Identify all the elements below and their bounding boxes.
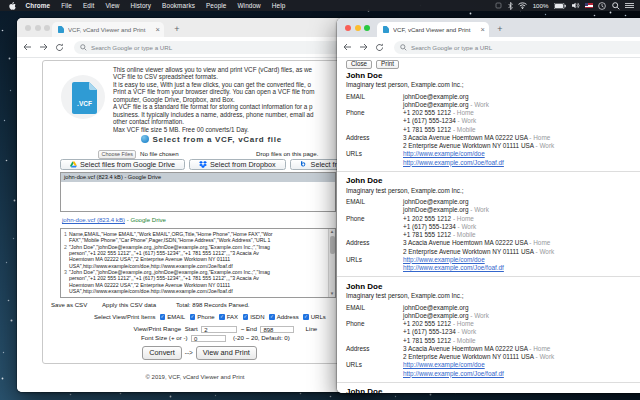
menu-item-view[interactable]: View [100, 2, 125, 9]
scroll-down-arrow[interactable]: ▼ [329, 291, 335, 297]
menu-item-people[interactable]: People [200, 2, 232, 9]
file-list-item[interactable]: john-doe.vcf (823.4 kB) - Google Drive [61, 173, 335, 182]
bluetooth-icon[interactable] [508, 2, 513, 10]
checkbox-checked-icon[interactable]: ✓ [160, 314, 166, 320]
choose-files-button[interactable]: Choose Files [98, 150, 136, 159]
csv-textarea[interactable]: 1Name,EMAIL,"Home EMAIL","Work EMAIL",OR… [60, 228, 336, 298]
contact-row-values: +1 202 555 1212 - Home+1 (617) 555-1234 … [403, 215, 640, 240]
view-print-button[interactable]: View and Print [196, 346, 257, 360]
selected-files-list[interactable]: john-doe.vcf (823.4 kB) - Google Drive [60, 172, 336, 212]
reload-icon[interactable] [375, 43, 384, 52]
intro-paragraph: This online viewer allows you to view an… [113, 66, 314, 134]
select-file-icon [141, 135, 149, 143]
vcard-entry: John DoeImaginary test person, Example.c… [337, 71, 640, 167]
contact-row-label: URLs [346, 361, 403, 377]
csv-line-number [61, 288, 69, 294]
battery-icon[interactable] [554, 3, 566, 9]
zoom-window-button[interactable] [44, 25, 50, 31]
tab-close-icon[interactable]: × [156, 27, 160, 33]
file-input-row: Choose Files No file chosen Drop files o… [43, 149, 347, 159]
contact-value-tag: - Home [528, 239, 551, 246]
scroll-up-arrow[interactable]: ▲ [329, 229, 335, 235]
minimize-window-button[interactable] [355, 25, 361, 31]
select-dropbox-button[interactable]: Select from Dropbox [189, 159, 286, 171]
checkbox-checked-icon[interactable]: ✓ [269, 314, 275, 320]
reload-icon[interactable] [55, 43, 64, 52]
contact-url-link[interactable]: http://www.example/com/doe [403, 150, 485, 157]
csv-scrollbar[interactable]: ▲ ▼ [328, 229, 335, 297]
end-input[interactable]: 898 [260, 326, 294, 334]
contact-url-link[interactable]: http://www.example/com/doe [403, 361, 485, 368]
back-icon[interactable] [343, 43, 352, 51]
menu-item-history[interactable]: History [125, 2, 157, 9]
checkbox-checked-icon[interactable]: ✓ [219, 314, 225, 320]
contact-value-tag: - Home [451, 215, 474, 222]
notification-center-icon[interactable] [625, 2, 634, 9]
address-bar[interactable]: Search Google or type a URL [74, 41, 365, 54]
menu-item-edit[interactable]: Edit [77, 2, 99, 9]
forward-icon[interactable] [359, 43, 368, 51]
menu-item-chrome[interactable]: Chrome [20, 2, 56, 9]
contact-value-line: +1 (617) 555-1234 - Work [403, 117, 640, 125]
back-icon[interactable] [23, 43, 32, 51]
new-tab-button[interactable]: + [495, 25, 505, 34]
keyboard-flag-icon[interactable] [585, 3, 593, 8]
tab-close-icon[interactable]: × [481, 27, 485, 33]
checkbox-checked-icon[interactable]: ✓ [243, 314, 249, 320]
contact-row: Phone+1 202 555 1212 - Home+1 (617) 555-… [346, 320, 640, 345]
contact-value-text: 2 Enterprise Avenue Worktown NY 01111 US… [403, 248, 534, 255]
menu-item-bookmarks[interactable]: Bookmarks [157, 2, 201, 9]
scroll-thumb[interactable] [330, 236, 335, 254]
minimize-window-button[interactable] [35, 25, 41, 31]
contact-url-link[interactable]: http://www.example.com/Joe/foaf.df [403, 159, 504, 166]
start-input[interactable]: 2 [201, 326, 237, 334]
wifi-icon[interactable] [518, 2, 527, 9]
checkbox-checked-icon[interactable]: ✓ [303, 314, 309, 320]
address-bar[interactable]: Search Google or type a URL [394, 41, 640, 54]
contact-url-link[interactable]: http://www.example.com/Joe/foaf.df [403, 264, 504, 271]
checkbox-checked-icon[interactable]: ✓ [190, 314, 196, 320]
font-size-input[interactable]: 0 [191, 335, 226, 343]
menu-item-file[interactable]: File [56, 2, 78, 9]
contact-value-tag: - Work [468, 101, 488, 108]
menu-item-help[interactable]: Help [266, 2, 291, 9]
menu-item-window[interactable]: Window [232, 2, 266, 9]
contact-row: EMAILjohnDoe@example.orgjohnDoe@example.… [346, 93, 640, 109]
clock-icon[interactable] [598, 2, 606, 10]
status-extra-icon[interactable] [495, 2, 502, 9]
close-button[interactable]: Close [346, 60, 372, 69]
contact-url-link[interactable]: http://www.example/com/doe [403, 256, 485, 263]
contact-table: EMAILjohnDoe@example.orgjohnDoe@example.… [346, 93, 640, 167]
apply-csv-button[interactable]: Apply this CSV data [102, 301, 156, 308]
save-as-csv-button[interactable]: Save as CSV [51, 301, 87, 308]
apple-menu-icon[interactable] [9, 2, 16, 10]
contact-row-values: 3 Acacia Avenue Hoemtown MA 02222 USA - … [403, 239, 640, 255]
end-label: ~ End [241, 325, 257, 332]
convert-button[interactable]: Convert [142, 346, 182, 360]
zoom-window-button[interactable] [364, 25, 370, 31]
volume-icon[interactable] [572, 2, 580, 9]
close-window-button[interactable] [345, 25, 351, 31]
print-button[interactable]: Print [376, 60, 399, 69]
new-tab-button[interactable]: + [172, 25, 182, 34]
total-records-label: Total: 898 Records Parsed. [176, 301, 250, 308]
arrow-label: --> [185, 349, 193, 356]
forward-icon[interactable] [39, 43, 48, 51]
browser-tab[interactable]: VCF, vCard Viewer and Print × [52, 22, 164, 37]
address-placeholder: Search Google or type a URL [91, 44, 172, 51]
browser-tab[interactable]: VCF, vCard Viewer and Print × [377, 22, 489, 37]
close-window-button[interactable] [25, 25, 31, 31]
intro-line: VCF file to CSV spreadsheet formats. [113, 73, 314, 81]
source-button-label: Select from Dropbox [210, 160, 276, 169]
contact-value-tag: - Mobile [451, 231, 476, 238]
file-link[interactable]: john-doe.vcf (823.4 kB) [62, 216, 125, 223]
print-actions-row: Close Print [346, 60, 640, 69]
select-google-drive-button[interactable]: Select files from Google Drive [60, 159, 185, 171]
contact-url-link[interactable]: http://www.example.com/Joe/foaf.df [403, 370, 504, 377]
contact-value-line: http://www.example.com/Joe/foaf.df [403, 159, 640, 167]
contact-value-tag: - Home [451, 320, 474, 327]
contact-value-text: johnDoe@example.org [403, 93, 468, 100]
print-item-address: ✓Address [269, 314, 299, 320]
convert-row: Convert --> View and Print [43, 346, 347, 360]
spotlight-icon[interactable] [612, 2, 620, 10]
